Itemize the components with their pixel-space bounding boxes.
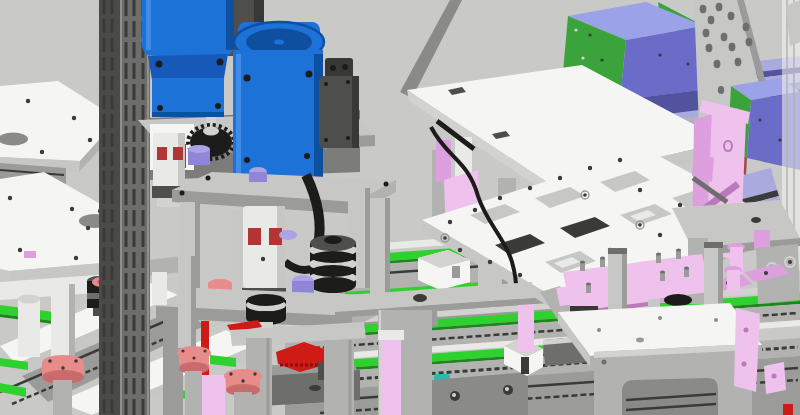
extrusion-column[interactable] (99, 0, 150, 415)
pink-panel (381, 336, 401, 415)
junction-box (319, 58, 359, 148)
cad-viewport[interactable] (0, 0, 800, 415)
post (53, 380, 72, 415)
white-post (152, 272, 167, 305)
white-post (18, 299, 40, 357)
rubber-pad (664, 294, 692, 306)
pulley-stack[interactable] (309, 235, 357, 293)
pink-cylinder (727, 270, 740, 292)
collar (279, 230, 297, 240)
pink-side-bracket[interactable] (734, 308, 760, 392)
red-part (783, 404, 793, 415)
lift-frame[interactable] (594, 344, 752, 415)
pink-strip (24, 251, 36, 258)
